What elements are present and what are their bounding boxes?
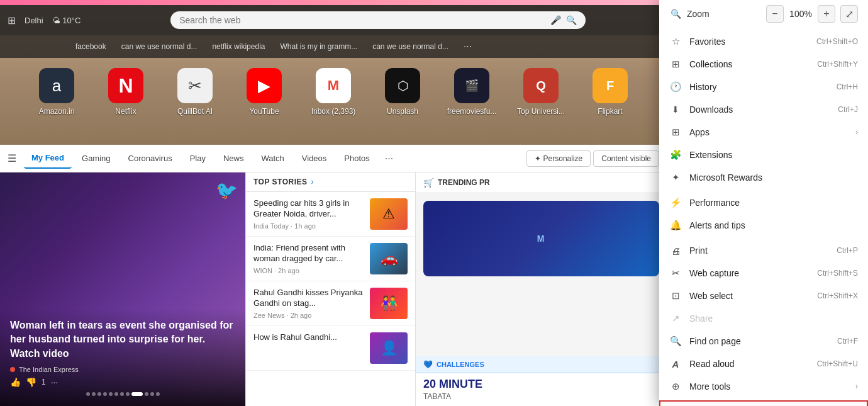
story-title: India: Friend present with woman dragged…	[253, 243, 364, 264]
menu-item-web-capture[interactable]: ✂ Web capture Ctrl+Shift+S	[659, 262, 868, 285]
tab-my-feed[interactable]: My Feed	[24, 148, 72, 169]
weather-text: 🌤 10°C	[52, 16, 81, 25]
suggestion-item[interactable]: facebook	[75, 42, 106, 51]
gmail-icon: M	[316, 68, 351, 103]
zoom-plus-button[interactable]: +	[818, 5, 835, 23]
menu-item-alerts[interactable]: 🔔 Alerts and tips	[659, 214, 868, 237]
menu-item-find-on-page[interactable]: 🔍 Find on page Ctrl+F	[659, 330, 868, 352]
twitter-logo-icon: 🐦	[216, 180, 238, 201]
apps-grid-icon[interactable]: ⊞	[8, 14, 16, 26]
menu-item-ms-rewards[interactable]: ✦ Microsoft Rewards	[659, 166, 868, 189]
main-story[interactable]: 🐦 Woman left in tears as event she organ…	[0, 172, 245, 406]
more-suggestions-icon[interactable]: ···	[464, 41, 472, 52]
quick-link-gmail[interactable]: M Inbox (2,393)	[305, 68, 362, 116]
quick-link-amazon[interactable]: a Amazon.in	[28, 68, 85, 116]
story-meta: India Today · 1h ago	[253, 222, 364, 230]
quick-link-netflix[interactable]: N Netflix	[97, 68, 154, 116]
find-on-page-label: Find on page	[689, 336, 830, 346]
challenges-header: 💙 CHALLENGES	[416, 356, 667, 373]
tab-gaming[interactable]: Gaming	[74, 149, 118, 168]
story-item-4[interactable]: How is Rahul Gandhi... 👤	[246, 326, 415, 371]
feed-nav: ☰ My Feed Gaming Coronavirus Play News W…	[0, 145, 667, 172]
story-item-3[interactable]: Rahul Gandhi kisses Priyanka Gandhi on s…	[246, 281, 415, 326]
content-visible-button[interactable]: Content visible	[593, 150, 659, 167]
web-select-icon: ⊡	[669, 290, 682, 302]
quillbot-icon: ✂	[177, 68, 213, 103]
apps-label: Apps	[689, 127, 848, 137]
tabata-label: TABATA	[423, 392, 659, 401]
quick-link-topuniv[interactable]: Q Top Universi...	[513, 68, 569, 116]
dislike-icon[interactable]: 👎	[26, 377, 36, 387]
menu-item-web-select[interactable]: ⊡ Web select Ctrl+Shift+X	[659, 285, 868, 307]
zoom-row: 🔍 Zoom − 100% + ⤢	[659, 0, 868, 28]
quick-link-flipkart[interactable]: F Flipkart	[582, 68, 638, 116]
dot	[97, 392, 101, 396]
menu-item-read-aloud[interactable]: A Read aloud Ctrl+Shift+U	[659, 352, 868, 375]
menu-item-settings[interactable]: ⚙ Settings	[659, 400, 868, 406]
story-thumbnail: 🚗	[370, 243, 408, 274]
zoom-minus-button[interactable]: −	[766, 5, 784, 23]
hamburger-icon[interactable]: ☰	[8, 152, 16, 164]
print-shortcut: Ctrl+P	[837, 246, 858, 255]
challenges-section: 💙 CHALLENGES 20 MINUTE TABATA	[416, 356, 667, 406]
personalize-button[interactable]: ✦ Personalize	[526, 150, 591, 167]
menu-item-history[interactable]: 🕐 History Ctrl+H	[659, 76, 868, 98]
menu-item-collections[interactable]: ⊞ Collections Ctrl+Shift+Y	[659, 53, 868, 76]
story-title: Rahul Gandhi kisses Priyanka Gandhi on s…	[253, 288, 364, 309]
story-title: Speeding car hits 3 girls in Greater Noi…	[253, 198, 364, 220]
suggestion-item[interactable]: can we use normal d...	[372, 42, 448, 51]
search-icon[interactable]: 🔍	[566, 15, 577, 25]
quick-link-quillbot[interactable]: ✂ QuillBot AI	[167, 68, 223, 116]
quick-link-freemovies[interactable]: 🎬 freemoviesfu...	[443, 68, 500, 116]
story-item-2[interactable]: India: Friend present with woman dragged…	[246, 237, 415, 281]
downloads-label: Downloads	[689, 104, 830, 115]
trending-header: 🛒 TRENDING PR	[416, 172, 667, 193]
more-tabs-icon[interactable]: ···	[385, 153, 393, 164]
quick-link-youtube[interactable]: ▶ YouTube	[236, 68, 292, 116]
tab-videos[interactable]: Videos	[294, 149, 335, 168]
zoom-expand-button[interactable]: ⤢	[840, 5, 858, 23]
tab-watch[interactable]: Watch	[253, 149, 291, 168]
tab-news[interactable]: News	[216, 149, 252, 168]
quick-link-unsplash[interactable]: ⬡ Unsplash	[374, 68, 431, 116]
youtube-icon: ▶	[247, 68, 282, 103]
top-stories-panel: TOP STORIES › Speeding car hits 3 girls …	[245, 172, 415, 406]
story-content: India: Friend present with woman dragged…	[253, 243, 364, 274]
more-tools-arrow-icon: ›	[855, 382, 858, 391]
feed-content: 🐦 Woman left in tears as event she organ…	[0, 172, 667, 406]
menu-item-more-tools[interactable]: ⊕ More tools ›	[659, 375, 868, 398]
tab-coronavirus[interactable]: Coronavirus	[121, 149, 180, 168]
story-content: How is Rahul Gandhi...	[253, 332, 364, 364]
extensions-label: Extensions	[689, 150, 858, 160]
search-bar[interactable]: 🎤 🔍	[170, 11, 586, 29]
story-item-1[interactable]: Speeding car hits 3 girls in Greater Noi…	[246, 192, 415, 237]
menu-item-apps[interactable]: ⊞ Apps ›	[659, 121, 868, 144]
more-icon[interactable]: ···	[51, 377, 58, 387]
suggestion-item[interactable]: can we use normal d...	[121, 42, 198, 51]
dot	[86, 392, 90, 396]
mic-icon[interactable]: 🎤	[550, 15, 561, 25]
dot	[145, 392, 148, 396]
menu-item-print[interactable]: 🖨 Print Ctrl+P	[659, 239, 868, 262]
like-icon[interactable]: 👍	[10, 377, 21, 387]
menu-item-share[interactable]: ↗ Share	[659, 307, 868, 330]
menu-item-performance[interactable]: ⚡ Performance	[659, 191, 868, 214]
tab-play[interactable]: Play	[182, 149, 213, 168]
suggestion-item[interactable]: netflix wikipedia	[212, 42, 265, 51]
main-story-bg: 🐦 Woman left in tears as event she organ…	[0, 172, 245, 406]
find-on-page-icon: 🔍	[669, 335, 682, 347]
trending-product-image: M	[423, 201, 659, 276]
dot-active	[131, 392, 143, 396]
menu-item-favorites[interactable]: ☆ Favorites Ctrl+Shift+O	[659, 30, 868, 53]
collections-icon: ⊞	[669, 58, 682, 70]
downloads-shortcut: Ctrl+J	[838, 105, 858, 114]
menu-item-downloads[interactable]: ⬇ Downloads Ctrl+J	[659, 98, 868, 121]
source-dot	[10, 367, 15, 372]
tab-photos[interactable]: Photos	[337, 149, 377, 168]
suggestion-item[interactable]: What is my in gramm...	[280, 42, 357, 51]
search-input[interactable]	[179, 15, 545, 25]
menu-item-extensions[interactable]: 🧩 Extensions	[659, 144, 868, 166]
top-stories-arrow-icon[interactable]: ›	[311, 178, 314, 186]
address-bar-area: ⊞ Delhi 🌤 10°C 🎤 🔍	[0, 5, 667, 35]
story-pagination-dots	[10, 392, 235, 396]
